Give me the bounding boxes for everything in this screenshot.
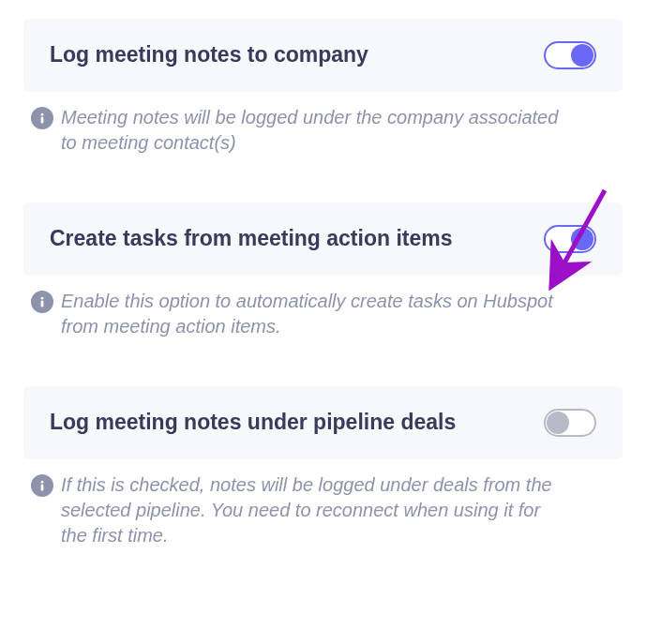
info-icon bbox=[31, 474, 53, 497]
toggle-knob bbox=[571, 228, 593, 250]
info-icon bbox=[31, 291, 53, 313]
setting-title: Log meeting notes under pipeline deals bbox=[50, 409, 456, 437]
svg-rect-1 bbox=[41, 117, 44, 124]
setting-description-row: If this is checked, notes will be logged… bbox=[23, 459, 623, 548]
info-icon bbox=[31, 107, 53, 129]
toggle-knob bbox=[547, 412, 569, 434]
setting-title: Create tasks from meeting action items bbox=[50, 225, 452, 253]
setting-description-row: Meeting notes will be logged under the c… bbox=[23, 92, 623, 156]
toggle-create-tasks[interactable] bbox=[544, 225, 596, 253]
svg-point-4 bbox=[41, 481, 44, 484]
setting-create-tasks: Create tasks from meeting action items E… bbox=[23, 202, 623, 339]
setting-header: Create tasks from meeting action items bbox=[23, 202, 623, 276]
toggle-log-company[interactable] bbox=[544, 41, 596, 69]
setting-log-company: Log meeting notes to company Meeting not… bbox=[23, 19, 623, 156]
svg-rect-3 bbox=[41, 301, 44, 307]
toggle-knob bbox=[571, 44, 593, 67]
svg-rect-5 bbox=[41, 485, 44, 491]
setting-description: If this is checked, notes will be logged… bbox=[61, 472, 567, 548]
svg-point-0 bbox=[41, 113, 44, 116]
setting-description: Enable this option to automatically crea… bbox=[61, 289, 567, 339]
setting-log-pipeline: Log meeting notes under pipeline deals I… bbox=[23, 386, 623, 548]
setting-description-row: Enable this option to automatically crea… bbox=[23, 276, 623, 339]
setting-description: Meeting notes will be logged under the c… bbox=[61, 105, 567, 156]
setting-header: Log meeting notes under pipeline deals bbox=[23, 386, 623, 459]
svg-point-2 bbox=[41, 297, 44, 300]
toggle-log-pipeline[interactable] bbox=[544, 409, 596, 437]
setting-title: Log meeting notes to company bbox=[50, 41, 368, 69]
setting-header: Log meeting notes to company bbox=[23, 19, 623, 92]
